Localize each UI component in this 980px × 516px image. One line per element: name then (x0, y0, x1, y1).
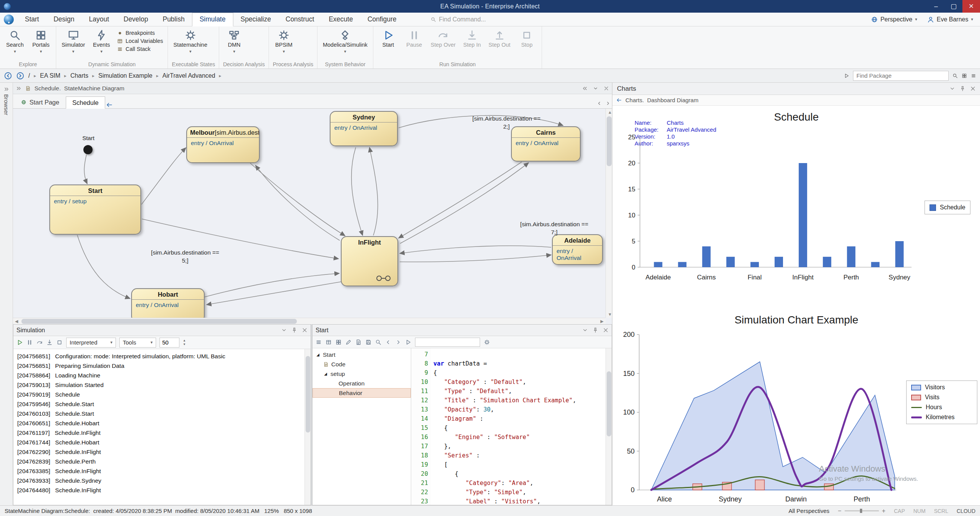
speed-stepper[interactable] (160, 338, 179, 348)
state-hobart[interactable]: Hobart entry / OnArrival (131, 288, 205, 318)
find-package-input[interactable] (853, 71, 949, 81)
close-icon[interactable] (302, 327, 308, 333)
start-panel-header[interactable]: Start (313, 325, 612, 336)
charts-tab[interactable]: Charts. Dashboard Diagram (612, 95, 980, 106)
start-button[interactable]: Start (376, 28, 401, 61)
run-icon[interactable] (16, 339, 23, 346)
tree-item-code[interactable]: Code (313, 359, 411, 369)
grid-view-icon[interactable] (962, 73, 967, 78)
call-stack-button[interactable]: Call Stack (117, 46, 163, 52)
pause-icon[interactable] (26, 339, 33, 346)
scroll-tabs-left-icon[interactable] (597, 101, 602, 106)
prev-icon[interactable] (385, 339, 391, 345)
find-command-box[interactable]: Find Command... (431, 16, 486, 23)
browse-forward-icon[interactable] (844, 73, 849, 78)
diagram-canvas[interactable]: Start Start entry / setup Melbour[sim.Ai… (13, 109, 612, 324)
search-icon[interactable] (952, 73, 958, 78)
code-text[interactable]: var chartData ={ "Category" : "Default",… (431, 348, 612, 505)
close-icon[interactable] (603, 327, 609, 333)
pause-button[interactable]: Pause (402, 28, 427, 61)
behavior-tree[interactable]: ◢StartCode◢setupOperationBehavior (313, 348, 411, 505)
step-out-button[interactable]: Step Out (485, 28, 513, 61)
dmn-button[interactable]: DMN▾ (221, 28, 247, 61)
browser-side-strip[interactable]: Browser (0, 83, 13, 505)
tab-schedule[interactable]: Schedule (66, 96, 105, 109)
state-inflight[interactable]: InFlight (341, 236, 398, 286)
tree-item-start[interactable]: ◢Start (313, 350, 411, 359)
zoom-in-icon[interactable]: + (882, 508, 886, 514)
ribbon-tab-specialize[interactable]: Specialize (233, 13, 278, 26)
state-melbourne[interactable]: Melbour[sim.Airbus.destination==1;] entr… (186, 126, 260, 163)
stop-button[interactable]: Stop (514, 28, 539, 61)
ribbon-tab-simulate[interactable]: Simulate (192, 13, 233, 26)
expander-icon[interactable]: ◢ (323, 372, 328, 376)
back-arrow-icon[interactable] (616, 97, 622, 103)
code-editor[interactable]: 7891011121314151617181920212223 var char… (411, 348, 612, 505)
save-icon[interactable] (365, 339, 371, 345)
speed-spinner-icons[interactable]: ▲▼ (183, 339, 186, 346)
breakpoints-button[interactable]: Breakpoints (117, 30, 163, 36)
state-adelaide[interactable]: Adelaide entry / OnArrival (552, 234, 603, 265)
initial-node[interactable] (83, 145, 93, 154)
step-in-button[interactable]: Step In (459, 28, 485, 61)
expand-icon[interactable] (4, 87, 9, 92)
portals-button[interactable]: Portals▾ (28, 28, 54, 61)
tab-back-icon[interactable] (106, 101, 113, 108)
vertical-scrollbar[interactable]: ▲ ▼ (606, 109, 612, 318)
cloud-indicator[interactable]: CLOUD (957, 508, 975, 514)
maximize-button[interactable]: ▢ (945, 0, 962, 13)
pin-icon[interactable] (960, 86, 965, 91)
chevron-down-icon[interactable] (281, 327, 287, 333)
navigate-forward-icon[interactable] (16, 72, 24, 80)
ribbon-tab-start[interactable]: Start (18, 13, 46, 26)
breadcrumb-item-airtravel-advanced[interactable]: AirTravel Advanced (162, 72, 215, 79)
perspective-selector[interactable]: Perspective ▾ (871, 16, 917, 23)
breadcrumb-item-charts[interactable]: Charts (70, 72, 88, 79)
next-icon[interactable] (395, 339, 401, 345)
state-start[interactable]: Start entry / setup (49, 185, 141, 235)
menu-icon[interactable] (971, 73, 976, 78)
find-icon[interactable] (375, 339, 381, 345)
ribbon-tab-execute[interactable]: Execute (321, 13, 360, 26)
state-sydney[interactable]: Sydney entry / OnArrival (330, 111, 398, 146)
chevron-down-icon[interactable] (582, 327, 588, 333)
zoom-control[interactable]: − + (838, 508, 886, 514)
edit-icon[interactable] (345, 339, 352, 345)
tree-item-setup[interactable]: ◢setup (313, 369, 411, 379)
breadcrumb-item-simulation-example[interactable]: Simulation Example (98, 72, 152, 79)
run-section-icon[interactable] (405, 339, 411, 345)
new-doc-icon[interactable] (355, 339, 361, 345)
tree-item-behavior[interactable]: Behavior (313, 388, 411, 398)
close-icon[interactable] (970, 86, 976, 91)
tab-start-page[interactable]: Start Page (15, 96, 66, 108)
bpsim-button[interactable]: BPSIM▾ (271, 28, 296, 61)
ribbon-tab-publish[interactable]: Publish (155, 13, 192, 26)
app-menu-sphere-icon[interactable]: ▾ (4, 15, 14, 24)
settings-icon[interactable] (484, 339, 490, 345)
ribbon-tab-layout[interactable]: Layout (81, 13, 116, 26)
expand-icon[interactable] (16, 86, 21, 91)
search-button[interactable]: Search▾ (2, 28, 28, 61)
step-in-icon[interactable] (46, 339, 53, 346)
mode-select[interactable]: Interpreted ▾ (66, 338, 116, 348)
pin-icon[interactable] (593, 327, 598, 333)
local-variables-button[interactable]: Local Variables (117, 38, 163, 44)
step-over-icon[interactable] (36, 339, 43, 346)
tree-item-operation[interactable]: Operation (313, 379, 411, 388)
horizontal-scrollbar[interactable]: ◀ ▶ (13, 318, 606, 324)
scroll-tabs-right-icon[interactable] (605, 101, 610, 106)
ribbon-tab-configure[interactable]: Configure (360, 13, 404, 26)
ribbon-tab-develop[interactable]: Develop (116, 13, 155, 26)
simulator-button[interactable]: Simulator▾ (59, 28, 88, 61)
step-over-button[interactable]: Step Over (428, 28, 459, 61)
close-icon[interactable] (604, 86, 609, 91)
simulation-panel-header[interactable]: Simulation (13, 325, 311, 336)
navigate-back-icon[interactable] (4, 72, 12, 80)
statemachine-button[interactable]: Statemachine▾ (170, 28, 210, 61)
breadcrumb-item-ea-sim[interactable]: EA SIM (40, 72, 60, 79)
editor-search-input[interactable] (415, 338, 480, 347)
pin-icon[interactable] (291, 327, 297, 333)
charts-panel-header[interactable]: Charts (612, 83, 980, 95)
tools-select[interactable]: Tools ▾ (119, 338, 156, 348)
events-button[interactable]: Events▾ (89, 28, 114, 61)
